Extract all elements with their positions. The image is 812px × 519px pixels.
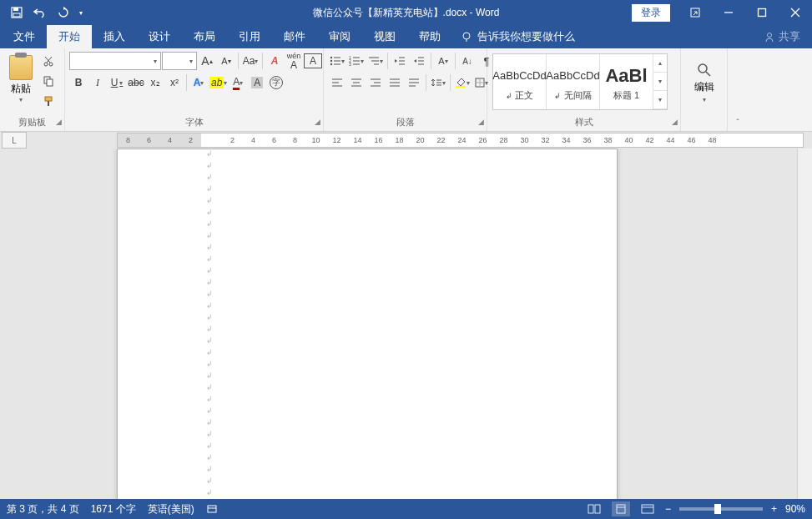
qat-customize[interactable]: ▾	[75, 0, 87, 25]
svg-point-17	[330, 60, 332, 62]
print-layout-button[interactable]	[612, 501, 630, 516]
document-page[interactable]: ↲↲↲↲↲↲↲↲↲↲↲↲↲↲↲↲↲↲↲↲↲↲↲↲↲↲↲↲↲↲	[117, 149, 618, 499]
tab-review[interactable]: 审阅	[317, 25, 362, 48]
search-icon	[696, 62, 713, 78]
italic-button[interactable]: I	[88, 73, 107, 92]
save-button[interactable]	[5, 0, 28, 25]
style-no-spacing[interactable]: AaBbCcDd↲ 无间隔	[547, 54, 600, 109]
svg-point-10	[49, 63, 53, 66]
styles-dialog-launcher[interactable]: ◢	[672, 118, 678, 126]
tab-help[interactable]: 帮助	[407, 25, 452, 48]
align-right-button[interactable]	[366, 73, 385, 92]
tell-me[interactable]: 告诉我你想要做什么	[452, 25, 583, 48]
tab-home[interactable]: 开始	[47, 25, 92, 48]
shrink-font-button[interactable]: A▾	[217, 52, 235, 70]
underline-button[interactable]: U▾	[108, 73, 126, 92]
zoom-level[interactable]: 90%	[785, 503, 805, 515]
bold-button[interactable]: B	[69, 73, 88, 92]
ribbon: 粘贴 ▾ 剪贴板◢ ▾ ▾ A▴ A▾ Aa▾ A wénA	[0, 48, 812, 132]
character-border-button[interactable]: A	[304, 53, 322, 68]
web-layout-button[interactable]	[638, 501, 657, 516]
subscript-button[interactable]: x₂	[146, 73, 164, 92]
clear-formatting-button[interactable]: A	[265, 52, 284, 70]
svg-rect-64	[617, 505, 625, 513]
shading-button[interactable]: ▾	[453, 73, 472, 92]
strikethrough-button[interactable]: abc	[127, 73, 145, 92]
svg-rect-1	[13, 8, 18, 11]
grow-font-button[interactable]: A▴	[198, 52, 216, 70]
styles-gallery: AaBbCcDd↲ 正文 AaBbCcDd↲ 无间隔 AaBl标题 1 ▴▾▾	[492, 53, 668, 110]
paste-button[interactable]: 粘贴 ▾	[4, 52, 38, 107]
macro-icon	[206, 503, 218, 515]
font-name-combo[interactable]: ▾	[69, 52, 161, 70]
vertical-scrollbar[interactable]	[797, 149, 812, 499]
style-normal[interactable]: AaBbCcDd↲ 正文	[493, 54, 547, 109]
share-button[interactable]: 共享	[752, 25, 812, 48]
ribbon-display-options[interactable]	[678, 0, 712, 25]
copy-button[interactable]	[39, 72, 58, 90]
ribbon-tabs: 文件 开始 插入 设计 布局 引用 邮件 审阅 视图 帮助 告诉我你想要做什么 …	[0, 25, 812, 48]
zoom-in-button[interactable]: +	[771, 503, 777, 515]
character-shading-button[interactable]: A	[248, 73, 266, 92]
text-direction-button[interactable]: A▾	[434, 52, 452, 70]
tab-mailings[interactable]: 邮件	[272, 25, 317, 48]
undo-button[interactable]	[28, 0, 52, 25]
language-indicator[interactable]: 英语(美国)	[148, 502, 194, 516]
window-controls: 登录	[632, 0, 812, 25]
vertical-ruler[interactable]	[0, 149, 25, 499]
tab-layout[interactable]: 布局	[182, 25, 227, 48]
zoom-out-button[interactable]: −	[665, 503, 671, 515]
macro-indicator[interactable]	[206, 503, 218, 515]
clipboard-dialog-launcher[interactable]: ◢	[56, 118, 62, 126]
zoom-slider[interactable]	[679, 507, 763, 511]
horizontal-ruler[interactable]: 8642246810121416182022242628303234363840…	[117, 133, 804, 148]
collapse-ribbon-button[interactable]: ˆ	[728, 48, 748, 131]
minimize-button[interactable]	[712, 0, 745, 25]
word-count[interactable]: 1671 个字	[91, 502, 136, 516]
superscript-button[interactable]: x²	[165, 73, 184, 92]
tab-selector[interactable]: L	[2, 132, 27, 149]
align-left-button[interactable]	[328, 73, 346, 92]
tab-insert[interactable]: 插入	[92, 25, 137, 48]
svg-rect-13	[45, 97, 52, 101]
align-justify-button[interactable]	[386, 73, 404, 92]
tab-file[interactable]: 文件	[2, 25, 47, 48]
decrease-indent-button[interactable]	[391, 52, 409, 70]
multilevel-list-button[interactable]: ▾	[366, 52, 385, 70]
font-size-combo[interactable]: ▾	[162, 52, 197, 70]
phonetic-guide-button[interactable]: wénA	[285, 52, 303, 70]
redo-button[interactable]	[52, 0, 75, 25]
title-bar: ▾ 微信公众号【新精英充电站】.docx - Word 登录	[0, 0, 812, 25]
text-effects-button[interactable]: A▾	[189, 73, 208, 92]
cut-button[interactable]	[39, 52, 58, 70]
find-button[interactable]: 编辑 ▾	[685, 62, 723, 103]
increase-indent-button[interactable]	[410, 52, 428, 70]
scissors-icon	[43, 55, 54, 67]
page-indicator[interactable]: 第 3 页，共 4 页	[7, 502, 79, 516]
sort-button[interactable]: A↓	[458, 52, 477, 70]
font-dialog-launcher[interactable]: ◢	[315, 118, 320, 126]
login-button[interactable]: 登录	[632, 4, 670, 22]
maximize-button[interactable]	[745, 0, 779, 25]
tab-references[interactable]: 引用	[227, 25, 272, 48]
quick-access-toolbar: ▾	[0, 0, 87, 25]
format-painter-button[interactable]	[39, 92, 58, 110]
tab-design[interactable]: 设计	[137, 25, 182, 48]
read-mode-button[interactable]	[585, 501, 603, 516]
line-spacing-button[interactable]: ▾	[429, 73, 447, 92]
align-distributed-button[interactable]	[405, 73, 423, 92]
align-center-button[interactable]	[347, 73, 366, 92]
style-heading1[interactable]: AaBl标题 1	[600, 54, 653, 109]
paragraph-dialog-launcher[interactable]: ◢	[478, 118, 484, 126]
tab-view[interactable]: 视图	[362, 25, 407, 48]
bullets-button[interactable]: ▾	[328, 52, 346, 70]
font-color-button[interactable]: A▾	[229, 73, 247, 92]
change-case-button[interactable]: Aa▾	[241, 52, 260, 70]
styles-gallery-more[interactable]: ▴▾▾	[653, 54, 667, 109]
svg-rect-63	[595, 505, 600, 513]
numbering-button[interactable]: 123▾	[347, 52, 366, 70]
highlight-button[interactable]: ab▾	[209, 73, 228, 92]
enclose-characters-button[interactable]: 字	[267, 73, 285, 92]
svg-point-19	[330, 63, 332, 65]
close-button[interactable]	[779, 0, 812, 25]
